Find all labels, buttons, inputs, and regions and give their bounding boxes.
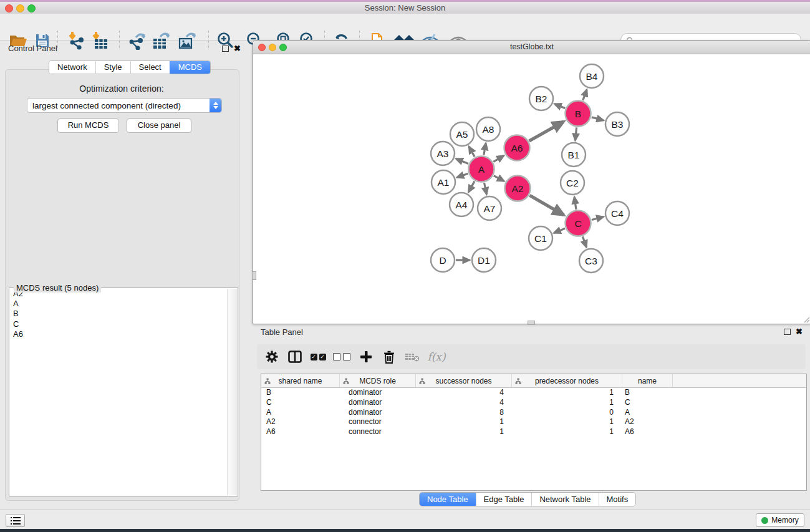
criterion-dropdown[interactable]: largest connected component (directed) [27, 98, 222, 113]
graph-node-D[interactable]: D [431, 248, 455, 272]
tab-motifs[interactable]: Motifs [599, 493, 636, 506]
graph-edge-C-C4[interactable] [592, 217, 604, 220]
table-body: Bdominator41BCdominator41CAdominator80AA… [261, 388, 806, 437]
float-panel-icon[interactable] [222, 46, 229, 52]
left-splitter-grip[interactable] [252, 271, 256, 280]
close-panel-button[interactable]: Close panel [127, 118, 191, 133]
tab-edge-table[interactable]: Edge Table [476, 493, 532, 506]
close-panel-icon[interactable]: ✖ [234, 46, 241, 52]
graph-edge-A-A8[interactable] [484, 143, 486, 155]
graph-node-B1[interactable]: B1 [562, 143, 586, 167]
graph-node-A5[interactable]: A5 [450, 122, 474, 146]
graph-node-A6[interactable]: A6 [504, 135, 530, 161]
graph-node-C2[interactable]: C2 [561, 171, 584, 195]
float-panel-icon[interactable] [784, 329, 791, 335]
export-network-icon[interactable] [126, 30, 148, 51]
mcds-result-item[interactable]: C [10, 319, 228, 329]
run-mcds-button[interactable]: Run MCDS [57, 118, 119, 133]
graph-node-B2[interactable]: B2 [529, 87, 553, 110]
table-options-icon[interactable] [261, 347, 282, 367]
table-row[interactable]: A6connector11A6 [261, 427, 806, 437]
network-graph[interactable]: B4B2BB3A5A8A6A3B1AA1C2A2A4A7C4CC1C3DD1 [253, 54, 809, 322]
bottom-splitter-grip[interactable] [528, 321, 535, 325]
graph-node-B[interactable]: B [566, 101, 591, 127]
delete-table-icon[interactable] [402, 347, 423, 367]
column-header[interactable]: name [622, 374, 673, 387]
graph-node-C[interactable]: C [566, 211, 591, 236]
network-window-titlebar[interactable]: testGlobe.txt [253, 41, 810, 54]
session-titlebar[interactable]: Session: New Session [0, 2, 810, 14]
mcds-result-scrollbar[interactable] [227, 289, 237, 495]
tab-mcds[interactable]: MCDS [170, 61, 210, 74]
graph-edge-B-B2[interactable] [554, 104, 565, 109]
show-column-icon[interactable] [284, 347, 306, 367]
graph-edge-A-A6[interactable] [493, 156, 504, 162]
svg-text:A4: A4 [456, 200, 468, 210]
table-cell: dominator [339, 388, 415, 398]
tab-select[interactable]: Select [130, 61, 170, 74]
import-network-icon[interactable] [65, 30, 87, 51]
table-cell-filler [670, 417, 806, 427]
network-canvas[interactable]: B4B2BB3A5A8A6A3B1AA1C2A2A4A7C4CC1C3DD1 [253, 54, 809, 322]
tab-network-table[interactable]: Network Table [531, 493, 598, 506]
graph-edge-C-C2[interactable] [574, 197, 576, 210]
select-all-icon[interactable]: ✓✓ [307, 347, 329, 367]
graph-edge-A-A7[interactable] [485, 183, 487, 194]
graph-node-C1[interactable]: C1 [529, 226, 552, 250]
graph-edge-A-A5[interactable] [469, 147, 475, 157]
graph-edge-A6-B[interactable] [529, 122, 564, 141]
graph-node-A2[interactable]: A2 [505, 176, 531, 201]
export-image-icon[interactable] [176, 30, 198, 51]
delete-row-icon[interactable] [378, 347, 400, 367]
graph-edge-B-B3[interactable] [592, 117, 604, 120]
graph-edge-C-C3[interactable] [582, 236, 586, 247]
import-table-icon[interactable] [89, 30, 111, 51]
table-row[interactable]: Adominator80A [261, 408, 806, 418]
mcds-result-item[interactable]: A [10, 299, 228, 309]
column-header[interactable]: successor nodes [416, 374, 512, 387]
close-panel-icon[interactable]: ✖ [796, 329, 803, 335]
graph-edge-A-A3[interactable] [456, 159, 468, 164]
mcds-result-item[interactable]: A6 [10, 329, 228, 339]
task-history-button[interactable] [6, 514, 25, 527]
table-row[interactable]: Cdominator41C [261, 398, 806, 408]
graph-node-A4[interactable]: A4 [450, 193, 473, 216]
graph-edge-B-B4[interactable] [583, 90, 587, 100]
graph-edge-A-A4[interactable] [468, 181, 475, 192]
column-header[interactable]: MCDS role [340, 374, 416, 387]
table-panel-tabs: Node TableEdge TableNetwork TableMotifs [419, 492, 636, 506]
table-row[interactable]: A2connector11A2 [261, 417, 806, 427]
graph-node-A[interactable]: A [469, 157, 494, 182]
graph-node-A3[interactable]: A3 [431, 142, 455, 165]
add-row-icon[interactable] [355, 347, 377, 367]
deselect-all-icon[interactable] [331, 347, 352, 367]
toolbar-separator [208, 31, 209, 49]
graph-edge-A2-C[interactable] [529, 195, 564, 215]
export-table-icon[interactable] [150, 30, 172, 51]
mcds-result-item[interactable]: B [10, 309, 228, 319]
apply-function-icon[interactable]: f(x) [426, 347, 447, 367]
column-header[interactable]: shared name [261, 374, 340, 387]
svg-text:C2: C2 [566, 178, 579, 188]
graph-node-B3[interactable]: B3 [605, 112, 629, 136]
table-row[interactable]: Bdominator41B [261, 388, 806, 398]
graph-node-D1[interactable]: D1 [472, 248, 496, 272]
graph-node-C3[interactable]: C3 [579, 249, 603, 273]
table-cell: C [620, 398, 670, 408]
graph-node-A1[interactable]: A1 [432, 170, 455, 194]
graph-edge-C-C1[interactable] [554, 228, 565, 233]
memory-button[interactable]: Memory [756, 513, 804, 527]
graph-edge-A-A1[interactable] [457, 173, 468, 177]
graph-edge-A-A2[interactable] [494, 176, 504, 181]
tab-style[interactable]: Style [95, 61, 130, 74]
graph-edge-B-B1[interactable] [575, 127, 576, 140]
tab-node-table[interactable]: Node Table [420, 493, 476, 506]
column-header[interactable]: predecessor nodes [512, 374, 622, 387]
graph-node-A8[interactable]: A8 [476, 117, 500, 141]
network-window-title: testGlobe.txt [253, 41, 810, 54]
graph-node-A7[interactable]: A7 [478, 196, 501, 220]
resize-corner-icon[interactable] [803, 316, 810, 323]
graph-node-C4[interactable]: C4 [605, 201, 629, 225]
tab-network[interactable]: Network [49, 61, 95, 74]
graph-node-B4[interactable]: B4 [580, 64, 604, 88]
